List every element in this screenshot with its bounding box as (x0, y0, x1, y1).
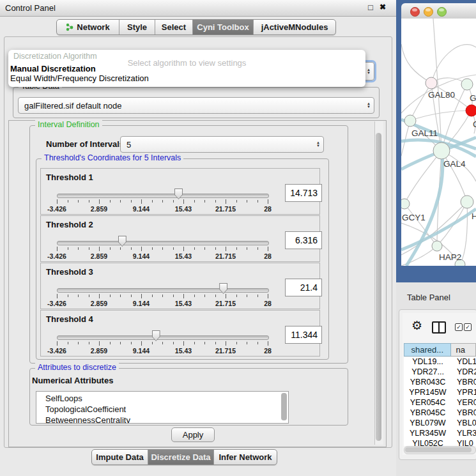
slider-track[interactable] (57, 194, 269, 198)
cell-shared-name[interactable]: YPR145W (404, 388, 452, 397)
table-row[interactable]: YBR045CYBR0 (404, 408, 476, 418)
slider-tick (183, 247, 184, 251)
cell-shared-name[interactable]: YBR045C (404, 408, 452, 417)
table-data-combobox[interactable]: galFiltered.sif default node ▲▼ (18, 97, 374, 114)
column-header-name[interactable]: na (451, 343, 476, 357)
table-hscrollbar-thumb[interactable] (405, 447, 472, 452)
cell-shared-name[interactable]: YDL19... (404, 357, 452, 366)
split-column-icon[interactable] (432, 321, 446, 334)
table-row[interactable]: YBR043CYBR0 (404, 378, 476, 388)
cell-name[interactable]: YDR2 (457, 367, 476, 376)
network-node-label: GCY1 (402, 213, 426, 222)
network-node-green[interactable] (461, 196, 473, 208)
table-row[interactable]: YDL19...YDL1 (404, 357, 476, 367)
settings-scrollbar-thumb[interactable] (376, 133, 381, 441)
cell-name[interactable]: YIL0 (457, 439, 473, 446)
slider-tick (131, 342, 132, 344)
number-of-intervals-combobox[interactable]: 5 ▲▼ (120, 136, 324, 153)
attribute-item-selfloops[interactable]: SelfLoops (45, 394, 82, 403)
threshold-value-field[interactable]: 21.4 (285, 279, 322, 296)
threshold-value-field[interactable]: 14.713 (285, 184, 322, 202)
cell-shared-name[interactable]: YER054C (404, 398, 452, 407)
slider-tick (110, 295, 111, 297)
bottom-tab-impute-data[interactable]: Impute Data (92, 450, 148, 464)
apply-button[interactable]: Apply (171, 427, 215, 442)
bottom-tab-discretize-data[interactable]: Discretize Data (148, 450, 214, 464)
table-row[interactable]: YBL079WYBL0 (404, 418, 476, 429)
slider-track[interactable] (57, 241, 269, 245)
top-tab-network[interactable]: Network (57, 20, 119, 35)
network-edge[interactable] (410, 111, 472, 121)
close-traffic-light-icon[interactable] (410, 7, 420, 17)
zoom-traffic-light-icon[interactable] (437, 7, 447, 17)
threshold-row-2: Threshold 2-3.4262.8599.14415.4321.71528… (40, 215, 320, 262)
network-node-green[interactable] (432, 241, 442, 251)
network-node-pink[interactable] (426, 77, 437, 89)
network-node-green[interactable] (461, 79, 473, 90)
combo-spinner-icon: ▲▼ (313, 141, 323, 148)
checkbox-checked-icon[interactable]: ✓ (455, 323, 463, 331)
slider-tick-label: 2.859 (91, 252, 107, 260)
numerical-attributes-list[interactable]: SelfLoopsTopologicalCoefficientBetweenne… (36, 391, 289, 424)
network-window-titlebar[interactable] (401, 3, 476, 19)
column-header-shared-name[interactable]: shared... (404, 343, 451, 357)
bottom-tab-infer-network[interactable]: Infer Network (214, 450, 277, 464)
top-tab-select[interactable]: Select (155, 20, 193, 35)
slider-tick (78, 200, 79, 203)
cell-name[interactable]: YPR1 (457, 388, 476, 397)
slider-tick-label: 15.43 (175, 300, 192, 307)
slider-track[interactable] (57, 335, 269, 340)
cell-name[interactable]: YDL1 (457, 357, 476, 366)
minimize-traffic-light-icon[interactable] (424, 7, 433, 17)
slider-tick (257, 247, 258, 250)
network-edge[interactable] (401, 44, 431, 83)
attribute-item-betweennesscentrality[interactable]: BetweennessCentrality (45, 415, 130, 424)
algorithm-option-equal-width-frequency-discretization[interactable]: Equal Width/Frequency Discretization (10, 73, 149, 83)
top-tab-cyni-toolbox[interactable]: Cyni Toolbox (193, 20, 254, 35)
table-row[interactable]: YIL052CYIL0 (404, 439, 476, 446)
table-row[interactable]: YDR27...YDR2 (404, 367, 476, 378)
table-row[interactable]: YLR345WYLR3 (404, 429, 476, 439)
cell-shared-name[interactable]: YDR27... (404, 367, 452, 376)
slider-tick-label: -3.426 (47, 205, 66, 213)
checkbox-checked-icon[interactable]: ✓ (464, 323, 472, 331)
attribute-item-topologicalcoefficient[interactable]: TopologicalCoefficient (45, 404, 126, 414)
slider-tick-label: 9.144 (133, 252, 150, 260)
float-window-icon[interactable]: □ (368, 3, 373, 12)
network-node-green[interactable] (433, 142, 450, 159)
cell-name[interactable]: YLR3 (457, 429, 476, 438)
cell-name[interactable]: YBR0 (457, 378, 476, 387)
bottom-tab-label: Infer Network (219, 452, 272, 462)
close-icon[interactable]: ✖ (380, 3, 386, 12)
network-node-label: GAL11 (411, 128, 438, 138)
threshold-value-field[interactable]: 11.344 (285, 326, 322, 344)
top-tab-label: jActiveMNodules (261, 22, 328, 32)
cell-shared-name[interactable]: YBR043C (404, 378, 452, 387)
threshold-value-field[interactable]: 6.316 (285, 231, 322, 249)
bottom-tab-bar: Impute DataDiscretize DataInfer Network (91, 449, 277, 465)
cell-name[interactable]: YER0 (457, 398, 476, 407)
top-tab-jactivemnodules[interactable]: jActiveMNodules (254, 20, 335, 35)
slider-tick-label: 21.715 (215, 300, 236, 307)
threshold-label: Threshold 2 (46, 220, 93, 229)
network-node-green[interactable] (401, 199, 410, 209)
algorithm-option-manual-discretization[interactable]: Manual Discretization (10, 64, 96, 73)
cell-name[interactable]: YBL0 (457, 418, 476, 427)
network-edge[interactable] (431, 45, 476, 83)
table-row[interactable]: YER054CYER0 (404, 398, 476, 408)
slider-tick (247, 247, 247, 250)
gear-icon[interactable]: ⚙ (411, 319, 422, 332)
cell-shared-name[interactable]: YBL079W (404, 418, 452, 427)
slider-track[interactable] (57, 288, 269, 293)
top-tab-style[interactable]: Style (119, 20, 155, 35)
cell-name[interactable]: YBR0 (457, 408, 476, 417)
network-node-green[interactable] (404, 115, 416, 127)
cell-shared-name[interactable]: YLR345W (404, 429, 452, 438)
table-row[interactable]: YPR145WYPR1 (404, 388, 476, 398)
threshold-row-1: Threshold 1-3.4262.8599.14415.4321.71528… (40, 168, 320, 215)
slider-tick (257, 295, 258, 297)
attributes-list-scrollbar-thumb[interactable] (281, 393, 287, 420)
network-view-canvas[interactable]: GAL80G.GAL11CGAL4GCY1HHAP2 (401, 19, 476, 266)
cell-shared-name[interactable]: YIL052C (404, 439, 452, 446)
network-node-red[interactable] (466, 105, 476, 116)
